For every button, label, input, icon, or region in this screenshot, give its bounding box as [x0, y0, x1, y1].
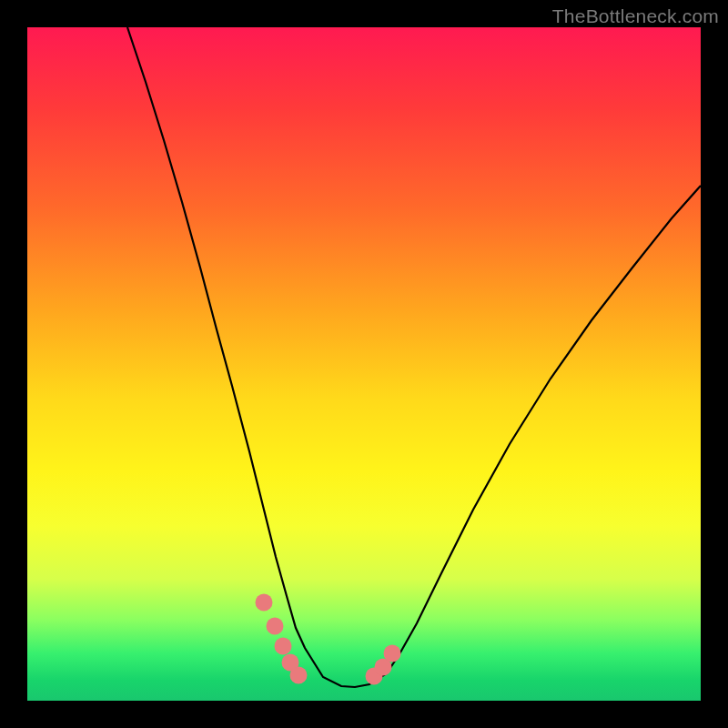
- gradient-plot-area: [27, 27, 701, 701]
- chart-stage: TheBottleneck.com: [0, 0, 728, 728]
- highlight-markers: [256, 594, 401, 685]
- curve-layer: [27, 27, 701, 701]
- highlight-point: [267, 618, 284, 635]
- watermark-text: TheBottleneck.com: [552, 5, 719, 27]
- highlight-point: [275, 638, 292, 655]
- highlight-point: [290, 667, 308, 684]
- highlight-point: [256, 594, 273, 612]
- highlight-point: [384, 645, 401, 662]
- bottleneck-curve: [127, 27, 701, 687]
